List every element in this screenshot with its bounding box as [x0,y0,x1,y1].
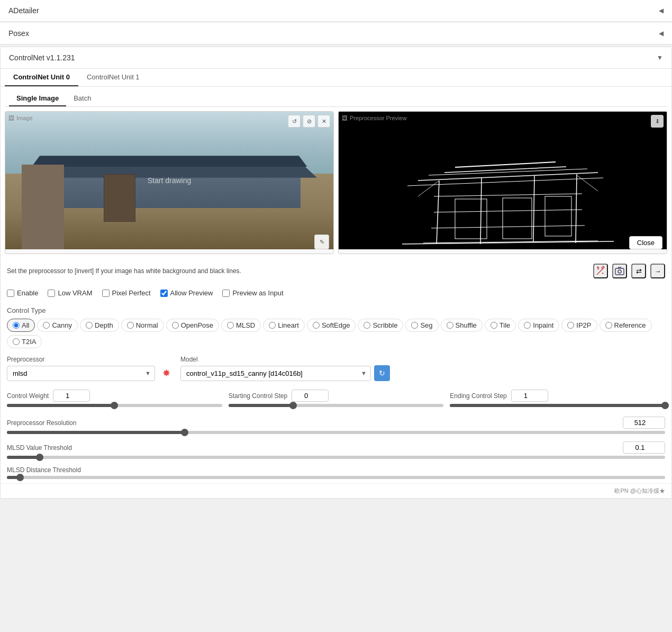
magic-wand-button[interactable] [593,264,608,278]
download-preview-button[interactable]: ⬇ [651,115,664,128]
mlsd-value-thumb[interactable] [36,454,43,461]
enable-checkbox[interactable]: Enable [7,289,38,297]
tab-unit0[interactable]: ControlNet Unit 0 [5,69,78,86]
starting-step-input[interactable] [292,390,329,402]
allow-preview-checkbox-input[interactable] [160,290,168,297]
svg-line-11 [444,167,566,173]
control-weight-track [7,404,222,407]
svg-line-1 [407,178,603,186]
radio-tile[interactable]: Tile [485,319,516,332]
low-vram-checkbox[interactable]: Low VRAM [48,289,92,297]
svg-line-7 [434,194,582,196]
radio-input-seg[interactable] [411,322,418,329]
image-icon: 🖼 [8,115,14,121]
radio-input-depth[interactable] [86,322,93,329]
radio-t2ia[interactable]: T2IA [7,335,42,348]
posex-section[interactable]: Posex ◀ [0,23,672,44]
pixel-perfect-checkbox[interactable]: Pixel Perfect [102,289,151,297]
radio-normal[interactable]: Normal [121,319,164,332]
radio-input-inpaint[interactable] [524,322,531,329]
radio-openpose[interactable]: OpenPose [166,319,219,332]
low-vram-checkbox-input[interactable] [48,290,55,297]
swap-button[interactable]: ⇄ [631,264,646,278]
radio-inpaint[interactable]: Inpaint [518,319,559,332]
control-type-radios: AllCannyDepthNormalOpenPoseMLSDLineartSo… [7,319,665,348]
radio-ip2p[interactable]: IP2P [561,319,597,332]
preprocessor-select[interactable]: mlsd none canny depth_midas [7,366,155,381]
preprocessor-resolution-input[interactable] [623,417,665,429]
radio-mlsd[interactable]: MLSD [221,319,261,332]
radio-input-all[interactable] [13,322,20,329]
adetailer-label: ADetailer [8,6,39,15]
radio-label-shuffle: Shuffle [456,321,477,329]
preview-as-input-checkbox[interactable]: Preview as Input [222,289,283,297]
preview-as-input-checkbox-input[interactable] [222,290,230,297]
radio-input-openpose[interactable] [172,322,179,329]
radio-input-normal[interactable] [127,322,134,329]
starting-step-thumb[interactable] [289,402,297,409]
preprocessor-preview-panel: 🖼 Preprocessor Preview ⬇ [338,111,667,254]
radio-label-ip2p: IP2P [576,321,591,329]
enable-checkbox-input[interactable] [7,290,14,297]
close-preview-button[interactable]: Close [629,236,662,249]
radio-lineart[interactable]: Lineart [263,319,305,332]
radio-input-canny[interactable] [43,322,50,329]
starting-step-label: Starting Control Step [229,392,287,400]
adetailer-collapse-icon: ◀ [659,7,664,14]
tab-single-image[interactable]: Single Image [9,91,66,106]
tab-batch[interactable]: Batch [66,91,98,106]
allow-preview-checkbox[interactable]: Allow Preview [160,289,213,297]
radio-input-ip2p[interactable] [567,322,574,329]
radio-all[interactable]: All [7,319,35,332]
control-weight-input[interactable] [53,390,90,402]
ending-step-thumb[interactable] [661,402,669,409]
svg-rect-14 [545,196,571,236]
mlsd-distance-track [7,476,665,479]
ending-step-input[interactable] [511,390,548,402]
model-select[interactable]: control_v11p_sd15_canny [d14c016b] None [180,366,371,381]
close-button[interactable]: ✕ [317,115,330,128]
radio-input-t2ia[interactable] [13,338,20,345]
radio-seg[interactable]: Seg [405,319,438,332]
eraser-button[interactable]: ⊘ [303,115,315,128]
control-weight-thumb[interactable] [111,402,118,409]
svg-line-8 [434,210,582,212]
preprocessor-resolution-thumb[interactable] [181,429,188,436]
mlsd-distance-thumb[interactable] [16,474,24,481]
radio-input-scribble[interactable] [364,322,370,329]
watermark-text: 欧PN @心知冷煖★ [614,487,665,495]
starting-step-group: Starting Control Step [229,390,444,407]
radio-label-seg: Seg [420,321,432,329]
radio-scribble[interactable]: Scribble [358,319,403,332]
control-weight-label: Control Weight [7,392,49,400]
mlsd-value-input[interactable] [623,441,665,454]
radio-input-reference[interactable] [605,322,612,329]
pencil-button[interactable]: ✎ [314,234,329,249]
radio-canny[interactable]: Canny [37,319,78,332]
tab-unit1[interactable]: ControlNet Unit 1 [78,69,148,86]
radio-reference[interactable]: Reference [600,319,652,332]
controlnet-collapse-icon: ▼ [657,54,663,61]
camera-button[interactable] [612,264,627,278]
radio-depth[interactable]: Depth [80,319,119,332]
controlnet-header[interactable]: ControlNet v1.1.231 ▼ [1,47,671,69]
radio-input-lineart[interactable] [269,322,276,329]
pixel-perfect-checkbox-input[interactable] [102,290,110,297]
radio-input-mlsd[interactable] [227,322,234,329]
send-button[interactable]: → [650,264,665,278]
preprocessor-star-button[interactable]: ✸ [158,365,174,381]
svg-rect-20 [615,268,624,275]
low-vram-label: Low VRAM [58,289,92,297]
preprocessor-resolution-section: Preprocessor Resolution [1,412,671,436]
radio-input-shuffle[interactable] [447,322,453,329]
tip-text: Set the preprocessor to [invert] If your… [7,267,241,275]
radio-shuffle[interactable]: Shuffle [441,319,483,332]
model-refresh-button[interactable]: ↻ [374,365,390,381]
radio-softedge[interactable]: SoftEdge [307,319,356,332]
radio-input-softedge[interactable] [313,322,320,329]
radio-input-tile[interactable] [491,322,497,329]
adetailer-section[interactable]: ADetailer ◀ [0,0,672,22]
svg-line-17 [418,180,439,196]
radio-label-tile: Tile [500,321,510,329]
undo-button[interactable]: ↺ [288,115,301,128]
